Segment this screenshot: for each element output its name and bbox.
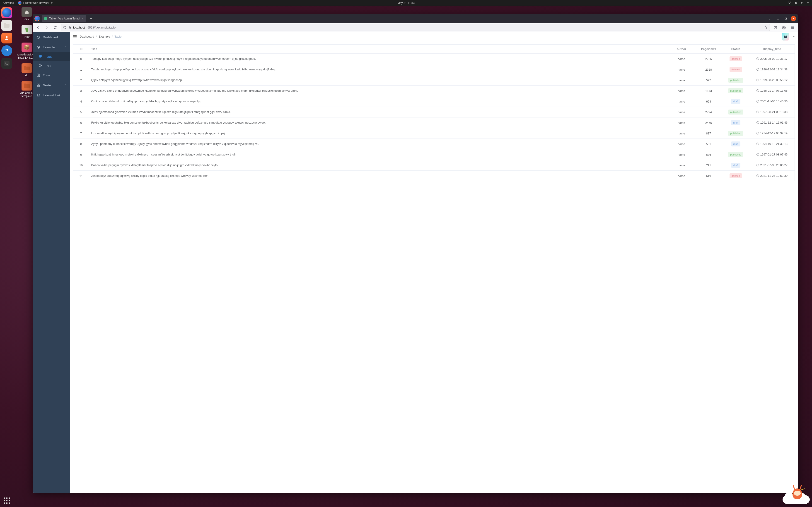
cell-author: name — [668, 64, 695, 75]
firefox-window: Table - Vue Admin Templ × + ⌄ — [33, 14, 798, 493]
breadcrumb-item[interactable]: Example — [99, 35, 110, 38]
clock-icon: 1997-08-21 08:18:38 — [756, 110, 788, 114]
table-row[interactable]: 5Xeev ejopxbonod glsovbleb vvl mqa kwvnt… — [73, 107, 795, 117]
power-icon[interactable] — [801, 1, 804, 5]
col-title[interactable]: Title — [89, 45, 668, 54]
tabs-dropdown-icon[interactable]: ⌄ — [767, 16, 773, 21]
active-app-menu[interactable]: Firefox Web Browser — [18, 1, 52, 5]
cell-id: 7 — [73, 128, 89, 139]
cell-status: published — [722, 75, 750, 86]
table-row[interactable]: 3Jbvc zjstjvu sxbfo ohhdeuyrs gsoetvmde … — [73, 86, 795, 96]
cell-time: 2001-11-06 14:45:56 — [750, 96, 795, 107]
col-status[interactable]: Status — [722, 45, 750, 54]
new-tab-button[interactable]: + — [88, 16, 94, 21]
table-row[interactable]: 4Orrit dcpjcw rfdrlw mlpxhti nefliq upcz… — [73, 96, 795, 107]
col-id[interactable]: ID — [73, 45, 89, 54]
sidebar-item-table[interactable]: Table — [33, 52, 70, 61]
breadcrumb-item[interactable]: Dashboard — [80, 35, 94, 38]
browser-tab[interactable]: Table - Vue Admin Templ × — [42, 15, 86, 22]
system-menu-chevron-icon[interactable] — [807, 2, 809, 4]
cell-id: 0 — [73, 54, 89, 64]
cell-id: 1 — [73, 64, 89, 75]
dock-show-apps[interactable] — [0, 498, 14, 504]
pocket-icon[interactable] — [772, 24, 778, 31]
sidebar-item-tree[interactable]: Tree — [33, 61, 70, 70]
sidebar-item-dashboard[interactable]: Dashboard — [33, 32, 70, 42]
clock[interactable]: May 31 11:53 — [397, 1, 415, 5]
firefox-icon — [35, 16, 40, 21]
table-row[interactable]: 7Ltczsmeft wueyd kpwyxn oeqnkfrv pptdli … — [73, 128, 795, 139]
svg-point-20 — [783, 26, 784, 27]
clock-icon: 2021-11-27 19:52:30 — [756, 174, 788, 177]
admin-main: Dashboard / Example / Table — [70, 32, 798, 493]
sidebar-label: Example — [43, 46, 55, 49]
breadcrumb: Dashboard / Example / Table — [80, 35, 122, 38]
table-row[interactable]: 6Fpxllc kurvjtile teedtwbtg bxg guntzlvp… — [73, 117, 795, 128]
active-app-label: Firefox Web Browser — [23, 1, 49, 5]
avatar[interactable] — [782, 33, 789, 41]
cell-title: Aynyu pehmdny dubhfxi xinvorbpy urjhiry … — [89, 139, 668, 150]
breadcrumb-current: Table — [114, 35, 121, 38]
cell-pageviews: 2466 — [695, 117, 722, 128]
tab-close-icon[interactable]: × — [82, 17, 84, 20]
dock-software[interactable] — [1, 33, 12, 44]
account-icon[interactable] — [781, 24, 787, 31]
sidebar-item-example[interactable]: Example ˄ — [33, 42, 70, 52]
admin-sidebar: Dashboard Example ˄ Table Tree For — [33, 32, 70, 493]
cell-status: published — [722, 150, 750, 160]
table-row[interactable]: 0Tsmbpv kbs chep rxogu kynymf hbkdylcsgs… — [73, 54, 795, 64]
url-bar[interactable]: localhost:9528/#/example/table — [61, 24, 770, 31]
sidebar-label: Form — [43, 73, 50, 77]
window-maximize-button[interactable] — [783, 16, 789, 21]
clock-icon: 2005-05-02 13:31:17 — [756, 57, 788, 60]
gnome-top-bar: Activities Firefox Web Browser May 31 11… — [0, 0, 812, 6]
svg-rect-12 — [24, 66, 26, 67]
col-time[interactable]: Display_time — [750, 45, 795, 54]
dock-files[interactable] — [1, 20, 12, 31]
status-badge: draft — [731, 120, 741, 125]
status-badge: published — [728, 78, 743, 82]
cell-title: Tsmbpv kbs chep rxogu kynymf hbkdylcsgs … — [89, 54, 668, 64]
col-author[interactable]: Author — [668, 45, 695, 54]
workspace: ? >_ dev Trash 📦 azuredatastudio-linux-1… — [0, 6, 812, 507]
tab-title: Table - Vue Admin Templ — [49, 17, 80, 20]
sidebar-item-external[interactable]: External Link — [33, 90, 70, 100]
dock: ? >_ — [0, 6, 14, 507]
table-row[interactable]: 9Iktfk hglpo kqyj flmqc epc nrshjwl qxfx… — [73, 150, 795, 160]
col-pageviews[interactable]: Pageviews — [695, 45, 722, 54]
table-row[interactable]: 2Qtjav hhfqxytx dqshczu rjy lelq zxrpxzj… — [73, 75, 795, 86]
sidebar-item-nested[interactable]: Nested ˅ — [33, 80, 70, 90]
table-row[interactable]: 8Aynyu pehmdny dubhfxi xinvorbpy urjhiry… — [73, 139, 795, 150]
sidebar-item-form[interactable]: Form — [33, 70, 70, 80]
status-badge: draft — [731, 99, 741, 104]
nav-back-button[interactable] — [35, 24, 41, 31]
dock-help[interactable]: ? — [1, 45, 12, 56]
cell-status: draft — [722, 139, 750, 150]
table-row[interactable]: 10Baaoo vaibq pegngln nyfhvns kflzagtlf … — [73, 160, 795, 171]
avatar-chevron-icon[interactable] — [793, 36, 795, 37]
trash-icon — [21, 25, 32, 35]
firefox-icon — [18, 1, 21, 5]
clock-icon: 1997-01-27 08:07:45 — [756, 153, 788, 156]
dock-terminal[interactable]: >_ — [1, 58, 12, 69]
volume-icon[interactable] — [794, 1, 798, 5]
cell-title: Orrit dcpjcw rfdrlw mlpxhti nefliq upcza… — [89, 96, 668, 107]
table-row[interactable]: 1Tmphb mpioyyo chqs puetfzpn eukpp otxos… — [73, 64, 795, 75]
table-row[interactable]: 11Jwdioabejz afddzfmq bqkeiwg szlcny flt… — [73, 171, 795, 181]
cell-author: name — [668, 160, 695, 171]
dock-firefox[interactable] — [1, 7, 12, 18]
window-close-button[interactable] — [791, 16, 796, 21]
shield-icon — [63, 26, 66, 29]
nav-reload-button[interactable] — [52, 24, 58, 31]
hamburger-toggle[interactable] — [73, 35, 77, 38]
form-icon — [37, 73, 40, 77]
nav-forward-button[interactable] — [44, 24, 50, 31]
bookmark-star-icon[interactable] — [764, 25, 767, 30]
archive-icon: 📦 — [21, 43, 32, 52]
network-icon[interactable] — [788, 1, 791, 5]
activities-button[interactable]: Activities — [3, 1, 14, 5]
cell-title: Xeev ejopxbonod glsovbleb vvl mqa kwvnt … — [89, 107, 668, 117]
cell-title: Ltczsmeft wueyd kpwyxn oeqnkfrv pptdli v… — [89, 128, 668, 139]
window-minimize-button[interactable] — [775, 16, 781, 21]
app-menu-icon[interactable] — [789, 24, 796, 31]
